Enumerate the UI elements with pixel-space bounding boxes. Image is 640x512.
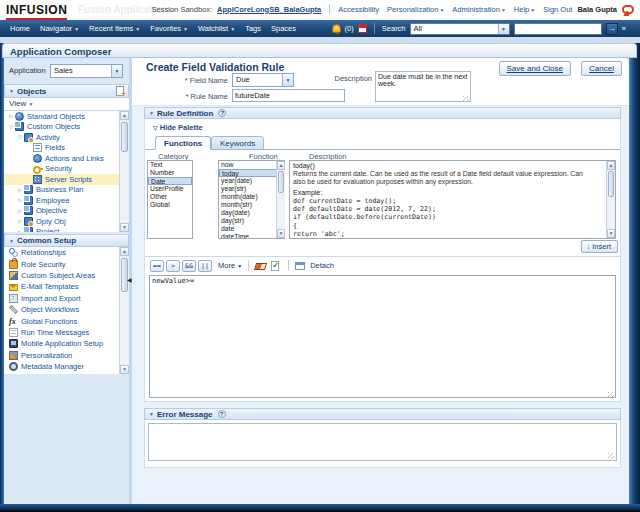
function-item-month-date[interactable]: month(date) — [219, 193, 284, 201]
tree-item-opty-obj[interactable]: ▷Opty Obj — [4, 216, 129, 227]
nav-item-favorites[interactable]: Favorites▼ — [150, 24, 188, 33]
common-setup-item-e-mail-templates[interactable]: E-Mail Templates — [4, 281, 129, 292]
scroll-thumb[interactable] — [278, 171, 284, 193]
validate-script-icon[interactable] — [271, 261, 279, 271]
function-item-today[interactable]: today — [219, 169, 284, 177]
resize-handle-icon[interactable] — [608, 453, 614, 459]
help-icon[interactable]: ? — [218, 410, 226, 418]
function-list-scrollbar[interactable]: ▲ ▼ — [276, 161, 285, 238]
resize-handle-icon[interactable] — [463, 96, 469, 102]
nav-item-spaces[interactable]: Spaces — [271, 24, 296, 33]
common-setup-item-mobile-application-setup[interactable]: Mobile Application Setup — [4, 338, 129, 349]
scroll-thumb[interactable] — [608, 171, 614, 197]
common-setup-item-run-time-messages[interactable]: Run Time Messages — [4, 327, 129, 338]
category-item-other[interactable]: Other — [148, 193, 192, 201]
common-setup-item-role-security[interactable]: Role Security — [4, 258, 129, 269]
header-link-administration[interactable]: Administration▼ — [452, 5, 505, 14]
function-item-now[interactable]: now — [219, 161, 284, 169]
header-link-help[interactable]: Help▼ — [514, 5, 535, 14]
function-item-day-date[interactable]: day(date) — [219, 209, 284, 217]
nav-item-home[interactable]: Home — [10, 24, 30, 33]
advanced-search-icon[interactable]: » — [622, 24, 626, 33]
session-sandbox-link[interactable]: ApplCoreLongSB_BalaGupta — [217, 5, 321, 14]
common-setup-item-object-workflows[interactable]: Object Workflows — [4, 304, 129, 315]
tree-view-menu[interactable]: View ▼ — [4, 98, 129, 111]
insert-button[interactable]: ↓ Insert — [581, 240, 618, 253]
tab-functions[interactable]: Functions — [155, 136, 211, 150]
tree-item-custom-objects[interactable]: ▽Custom Objects — [4, 122, 129, 133]
operator-button-or[interactable]: || — [198, 260, 212, 272]
scroll-thumb[interactable] — [121, 258, 128, 292]
common-setup-item-relationships[interactable]: Relationships — [4, 247, 129, 258]
operator-button-gt[interactable]: > — [166, 260, 180, 272]
category-item-number[interactable]: Number — [148, 169, 192, 177]
tree-item-security[interactable]: Security — [4, 164, 129, 175]
header-link-accessibility[interactable]: Accessibility — [338, 5, 379, 14]
expand-open-icon[interactable]: ▽ — [16, 134, 24, 140]
function-item-month-str[interactable]: month(str) — [219, 201, 284, 209]
common-setup-item-custom-subject-areas[interactable]: Custom Subject Areas — [4, 270, 129, 281]
tree-item-objective[interactable]: ▷Objective — [4, 206, 129, 217]
scroll-down-icon[interactable]: ▼ — [120, 365, 129, 374]
operator-button-eq[interactable]: == — [150, 260, 164, 272]
erase-icon[interactable] — [254, 263, 267, 270]
script-editor[interactable]: newValue>= — [149, 275, 616, 398]
common-setup-scrollbar[interactable]: ▲ ▼ — [119, 247, 129, 374]
scroll-up-icon[interactable]: ▲ — [120, 247, 129, 256]
expand-closed-icon[interactable]: ▷ — [7, 113, 15, 119]
category-item-global[interactable]: Global — [148, 201, 192, 209]
function-item-day-str[interactable]: day(str) — [219, 217, 284, 225]
search-go-button[interactable]: → — [606, 23, 618, 35]
scroll-down-icon[interactable]: ▼ — [607, 229, 615, 238]
tree-item-actions-and-links[interactable]: Actions and Links — [4, 153, 129, 164]
header-link-personalization[interactable]: Personalization▼ — [387, 5, 444, 14]
search-input[interactable] — [514, 23, 602, 35]
scroll-up-icon[interactable]: ▲ — [120, 111, 129, 120]
search-scope-select[interactable]: All ▼ — [410, 23, 510, 35]
new-object-icon[interactable] — [116, 86, 124, 96]
category-item-userprofile[interactable]: UserProfile — [148, 185, 192, 193]
common-setup-item-import-and-export[interactable]: Import and Export — [4, 293, 129, 304]
error-message-textarea[interactable] — [148, 423, 617, 461]
chat-icon[interactable] — [622, 5, 634, 14]
function-item-datetime[interactable]: dateTime — [219, 233, 284, 239]
hide-palette-toggle[interactable]: ▽ Hide Palette — [153, 123, 203, 132]
scroll-up-icon[interactable]: ▲ — [607, 161, 615, 170]
scroll-thumb[interactable] — [121, 122, 128, 152]
cancel-button[interactable]: Cancel — [581, 61, 622, 76]
tree-item-employee[interactable]: ▷Employee — [4, 195, 129, 206]
description-textarea[interactable]: Due date must be in the next week. — [375, 71, 471, 102]
category-item-text[interactable]: Text — [148, 161, 192, 169]
tree-item-server-scripts[interactable]: Server Scripts — [4, 174, 129, 185]
category-item-date[interactable]: Date — [148, 177, 192, 185]
alerts-bell-icon[interactable] — [332, 24, 341, 33]
function-item-date[interactable]: date — [219, 225, 284, 233]
description-scrollbar[interactable]: ▲ ▼ — [606, 161, 615, 238]
scroll-up-icon[interactable]: ▲ — [277, 161, 285, 170]
nav-item-recent-items[interactable]: Recent Items▼ — [89, 24, 140, 33]
function-item-year-str[interactable]: year(str) — [219, 185, 284, 193]
scroll-down-icon[interactable]: ▼ — [120, 223, 129, 232]
collapse-pane-icon[interactable]: ◀ — [127, 276, 132, 283]
scroll-down-icon[interactable]: ▼ — [277, 229, 285, 238]
common-setup-item-global-functions[interactable]: Global Functions — [4, 315, 129, 326]
resize-handle-icon[interactable] — [608, 392, 614, 398]
field-name-select[interactable]: Due ▼ — [232, 73, 294, 87]
help-icon[interactable]: ? — [218, 109, 226, 117]
application-select[interactable]: Sales ▼ — [50, 64, 123, 78]
calendar-icon[interactable] — [358, 24, 367, 33]
tree-item-fields[interactable]: Fields — [4, 143, 129, 154]
tree-item-business-plan[interactable]: ▷Business Plan — [4, 185, 129, 196]
common-setup-accordion-header[interactable]: ▼ Common Setup — [4, 234, 129, 247]
rule-name-input[interactable] — [232, 89, 345, 102]
objects-accordion-header[interactable]: ▼ Objects — [4, 84, 129, 98]
detach-button[interactable]: Detach — [295, 261, 334, 270]
tree-item-activity[interactable]: ▽Activity — [4, 132, 129, 143]
function-item-year-date[interactable]: year(date) — [219, 177, 284, 185]
header-link-sign-out[interactable]: Sign Out — [543, 5, 572, 14]
common-setup-item-personalization[interactable]: Personalization — [4, 350, 129, 361]
more-menu-button[interactable]: More ▼ — [218, 261, 242, 270]
nav-item-navigator[interactable]: Navigator▼ — [40, 24, 79, 33]
nav-item-watchlist[interactable]: Watchlist▼ — [198, 24, 235, 33]
tab-keywords[interactable]: Keywords — [211, 136, 264, 150]
